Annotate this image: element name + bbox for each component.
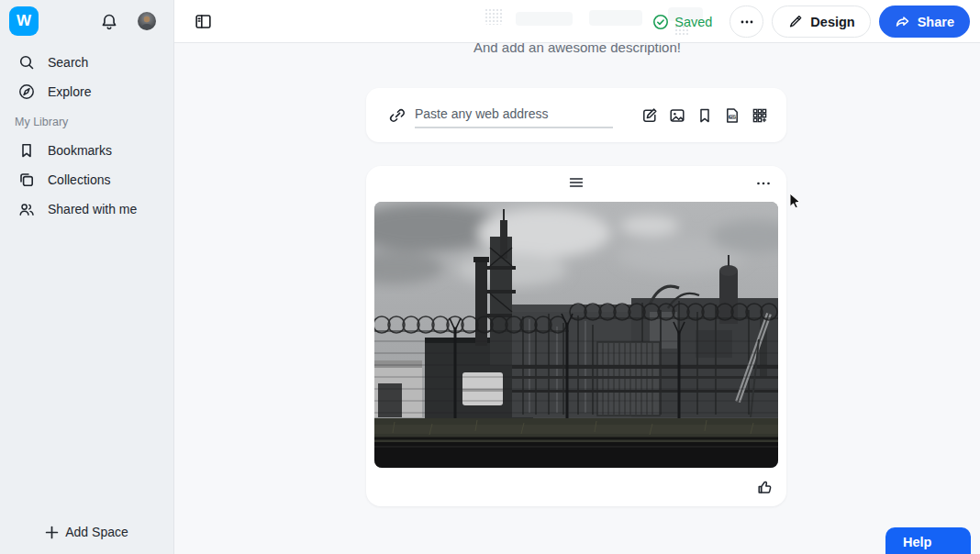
design-label: Design	[810, 15, 854, 29]
notifications-button[interactable]	[99, 12, 119, 32]
svg-text:PDF: PDF	[729, 115, 736, 118]
sidebar-item-label: Collections	[48, 172, 110, 187]
mouse-cursor	[789, 193, 802, 211]
people-icon	[18, 201, 35, 217]
search-icon	[18, 54, 35, 71]
sidebar-item-search[interactable]: Search	[0, 48, 173, 77]
drag-handle[interactable]	[570, 177, 584, 188]
sidebar-item-label: Bookmarks	[48, 143, 112, 158]
ghost-content	[589, 10, 642, 26]
saved-label: Saved	[674, 15, 712, 29]
wakelet-app: { "app": { "logo_letter": "W", "avatar_a…	[0, 0, 980, 554]
sidebar-header: W	[0, 0, 173, 42]
sidebar-item-label: Shared with me	[48, 202, 137, 216]
more-formats-icon[interactable]	[751, 106, 769, 125]
card-image[interactable]	[374, 202, 778, 468]
share-label: Share	[918, 15, 954, 29]
sidebar-item-explore[interactable]: Explore	[0, 77, 173, 106]
library-nav: Bookmarks Collections Shared with me	[0, 136, 173, 224]
add-format-buttons: PDF	[640, 106, 769, 125]
sidebar-nav: Search Explore	[0, 48, 173, 106]
bell-icon	[99, 12, 119, 32]
share-button[interactable]: Share	[879, 6, 970, 38]
save-status: Saved	[652, 14, 712, 30]
bookmark-icon	[18, 142, 35, 159]
ellipsis-icon	[740, 15, 754, 29]
ellipsis-icon	[756, 176, 773, 191]
sidebar-item-label: Explore	[48, 84, 91, 99]
add-space-label: Add Space	[65, 525, 128, 539]
avatar[interactable]	[138, 12, 156, 30]
image-icon[interactable]	[668, 106, 686, 125]
add-content-bar: PDF	[366, 88, 786, 142]
paste-url-input[interactable]	[415, 103, 613, 128]
topbar: Saved Design Sh	[174, 0, 980, 43]
ghost-content	[484, 8, 503, 25]
brush-icon	[787, 14, 803, 29]
library-section-label: My Library	[15, 116, 68, 128]
link-icon	[388, 106, 406, 125]
help-button[interactable]: Help	[885, 527, 971, 554]
add-space-button[interactable]: Add Space	[0, 521, 173, 543]
content-card	[366, 166, 786, 506]
sidebar: W Search	[0, 0, 174, 554]
share-arrow-icon	[895, 14, 910, 29]
pdf-icon[interactable]: PDF	[723, 106, 741, 125]
design-button[interactable]: Design	[772, 6, 870, 38]
sidebar-item-collections[interactable]: Collections	[0, 165, 173, 194]
check-circle-icon	[652, 14, 669, 30]
topbar-actions: Saved Design Sh	[652, 6, 970, 38]
sidebar-item-label: Search	[48, 55, 88, 70]
sidebar-item-shared[interactable]: Shared with me	[0, 194, 173, 224]
collections-icon	[18, 172, 35, 188]
compass-icon	[18, 83, 35, 100]
drag-handle-icon	[570, 177, 584, 188]
sidebar-item-bookmarks[interactable]: Bookmarks	[0, 136, 173, 165]
wakelet-logo[interactable]: W	[9, 6, 39, 36]
like-button[interactable]	[756, 479, 773, 495]
sidebar-toggle-button[interactable]	[194, 12, 213, 31]
bookmark-icon[interactable]	[696, 106, 714, 125]
edit-icon[interactable]	[640, 106, 659, 125]
thumbs-up-icon	[756, 479, 773, 495]
plus-icon	[45, 526, 59, 539]
ghost-content	[516, 12, 573, 26]
sidebar-toggle-icon	[194, 12, 213, 31]
card-menu-button[interactable]	[756, 176, 773, 193]
more-options-button[interactable]	[729, 6, 763, 38]
